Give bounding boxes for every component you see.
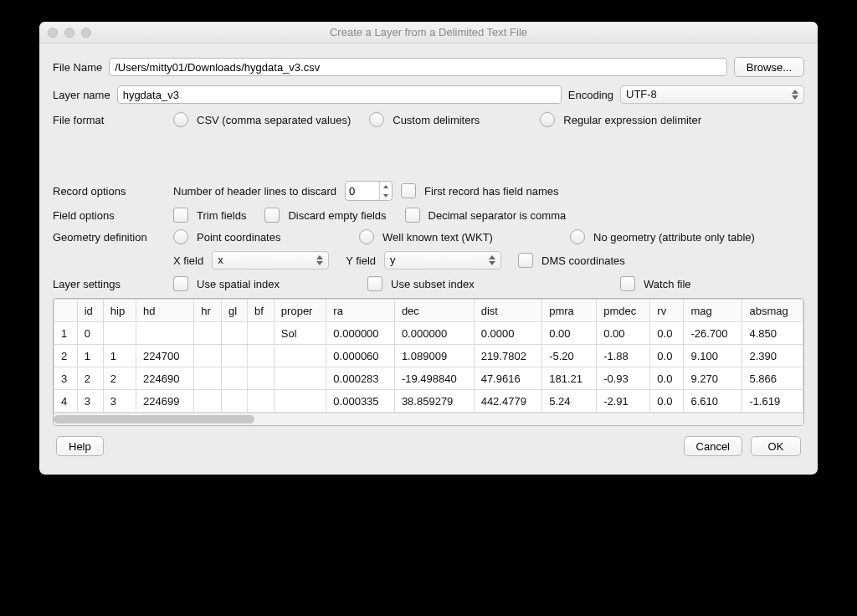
discard-lines-label: Number of header lines to discard bbox=[173, 185, 336, 198]
column-header[interactable] bbox=[54, 300, 78, 322]
table-cell bbox=[194, 322, 222, 345]
column-header[interactable]: dist bbox=[474, 300, 542, 322]
table-cell: 0.0000 bbox=[474, 322, 542, 345]
point-coords-label: Point coordinates bbox=[197, 231, 280, 244]
cancel-button[interactable]: Cancel bbox=[684, 436, 742, 456]
table-row[interactable]: 10Sol0.0000000.0000000.00000.000.000.0-2… bbox=[54, 322, 803, 345]
dms-label: DMS coordinates bbox=[541, 254, 625, 267]
xfield-label: X field bbox=[173, 254, 203, 267]
layer-settings-row: Layer settings Use spatial index Use sub… bbox=[53, 276, 804, 291]
table-cell: 0.000283 bbox=[326, 367, 395, 390]
table-cell: 5.866 bbox=[742, 367, 803, 390]
table-cell: 0.00 bbox=[542, 322, 597, 345]
column-header[interactable]: absmag bbox=[742, 300, 803, 322]
table-cell bbox=[247, 390, 274, 413]
table-row[interactable]: 4332246990.00033538.859279442.47795.24-2… bbox=[54, 390, 803, 413]
column-header[interactable]: ra bbox=[326, 300, 395, 322]
table-cell: 442.4779 bbox=[474, 390, 542, 413]
ok-button[interactable]: OK bbox=[751, 436, 801, 456]
table-row[interactable]: 3222246900.000283-19.49884047.9616181.21… bbox=[54, 367, 803, 390]
chevron-down-icon bbox=[316, 261, 323, 265]
check-subset-index[interactable] bbox=[367, 276, 382, 291]
geometry-definition-row: Geometry definition Point coordinates We… bbox=[53, 229, 804, 244]
decimal-comma-label: Decimal separator is comma bbox=[428, 209, 567, 222]
radio-csv[interactable] bbox=[173, 112, 188, 127]
table-cell: 0.0 bbox=[650, 367, 684, 390]
discard-lines-input[interactable] bbox=[346, 185, 379, 198]
radio-no-geometry[interactable] bbox=[570, 229, 585, 244]
column-header[interactable]: hip bbox=[103, 300, 136, 322]
table-cell: 9.270 bbox=[684, 367, 742, 390]
table-cell: 4.850 bbox=[742, 322, 803, 345]
encoding-select[interactable]: UTF-8 bbox=[620, 85, 804, 104]
column-header[interactable]: hr bbox=[194, 300, 222, 322]
table-cell: -26.700 bbox=[684, 322, 742, 345]
layer-name-input[interactable] bbox=[117, 85, 562, 104]
help-button[interactable]: Help bbox=[56, 436, 104, 456]
check-decimal-comma[interactable] bbox=[405, 208, 420, 223]
table-cell: 2 bbox=[103, 367, 136, 390]
chevron-up-icon bbox=[792, 90, 798, 94]
table-cell bbox=[103, 322, 136, 345]
radio-regex-delim[interactable] bbox=[540, 112, 555, 127]
radio-point-coords[interactable] bbox=[173, 229, 188, 244]
table-cell: 1 bbox=[103, 345, 136, 367]
table-cell: 224690 bbox=[136, 367, 194, 390]
radio-wkt[interactable] bbox=[359, 229, 374, 244]
horizontal-scrollbar[interactable] bbox=[54, 413, 803, 425]
xfield-select[interactable]: x bbox=[212, 251, 329, 270]
geometry-definition-label: Geometry definition bbox=[53, 231, 162, 244]
check-spatial-index[interactable] bbox=[173, 276, 188, 291]
chevron-up-icon bbox=[489, 255, 495, 259]
check-trim-fields[interactable] bbox=[173, 208, 188, 223]
table-cell: 4 bbox=[54, 390, 78, 413]
table-row[interactable]: 2112247000.0000601.089009219.7802-5.20-1… bbox=[54, 345, 803, 367]
table-cell bbox=[247, 367, 274, 390]
column-header[interactable]: pmdec bbox=[597, 300, 650, 322]
file-name-input[interactable] bbox=[109, 58, 727, 76]
check-dms-coordinates[interactable] bbox=[518, 253, 533, 268]
table-cell bbox=[247, 345, 274, 367]
column-header[interactable]: dec bbox=[394, 300, 474, 322]
browse-button[interactable]: Browse... bbox=[734, 57, 804, 77]
yfield-label: Y field bbox=[346, 254, 376, 267]
check-watch-file[interactable] bbox=[620, 276, 635, 291]
dialog-content: File Name Browse... Layer name Encoding … bbox=[39, 44, 818, 475]
record-options-label: Record options bbox=[53, 185, 162, 198]
check-first-record-field-names[interactable] bbox=[401, 183, 416, 198]
layer-settings-label: Layer settings bbox=[53, 278, 162, 290]
scrollbar-thumb[interactable] bbox=[54, 415, 254, 424]
window-title: Create a Layer from a Delimited Text Fil… bbox=[39, 26, 818, 38]
check-discard-empty[interactable] bbox=[264, 208, 280, 223]
table-cell: 224700 bbox=[136, 345, 194, 367]
table-cell bbox=[194, 367, 222, 390]
table-cell: -19.498840 bbox=[394, 367, 474, 390]
column-header[interactable]: pmra bbox=[542, 300, 597, 322]
table-cell bbox=[274, 367, 326, 390]
preview-table-wrap: idhiphdhrglbfproperradecdistpmrapmdecrvm… bbox=[53, 298, 804, 426]
column-header[interactable]: bf bbox=[247, 300, 274, 322]
column-header[interactable]: hd bbox=[136, 300, 194, 322]
column-header[interactable]: id bbox=[77, 300, 103, 322]
encoding-label: Encoding bbox=[568, 89, 613, 101]
file-name-label: File Name bbox=[53, 61, 102, 74]
table-cell bbox=[247, 322, 274, 345]
file-name-row: File Name Browse... bbox=[53, 57, 804, 77]
table-cell: Sol bbox=[274, 322, 326, 345]
table-cell: 1.089009 bbox=[394, 345, 474, 367]
xy-field-row: X field x Y field y DMS coordinates bbox=[53, 251, 804, 270]
spinner-down-icon[interactable] bbox=[380, 191, 392, 200]
column-header[interactable]: mag bbox=[684, 300, 742, 322]
yfield-select[interactable]: y bbox=[384, 251, 501, 270]
spinner-up-icon[interactable] bbox=[380, 182, 392, 191]
table-cell: 0.000000 bbox=[394, 322, 474, 345]
radio-regex-label: Regular expression delimiter bbox=[563, 114, 701, 126]
radio-custom-delim[interactable] bbox=[369, 112, 384, 127]
column-header[interactable]: gl bbox=[221, 300, 247, 322]
table-cell: -5.20 bbox=[542, 345, 597, 367]
discard-lines-spinner[interactable] bbox=[345, 181, 393, 201]
column-header[interactable]: proper bbox=[274, 300, 326, 322]
table-cell: 2 bbox=[54, 345, 78, 367]
table-cell: 0.000060 bbox=[326, 345, 395, 367]
column-header[interactable]: rv bbox=[650, 300, 684, 322]
